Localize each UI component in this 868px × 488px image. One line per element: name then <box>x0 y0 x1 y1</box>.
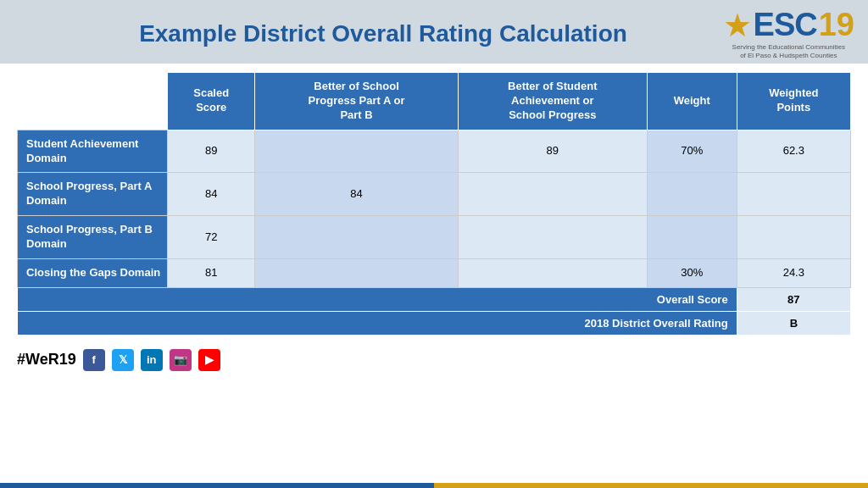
cell-better_progress <box>255 259 458 288</box>
main-content: ScaledScore Better of SchoolProgress Par… <box>0 64 868 336</box>
summary-row: 2018 District Overall RatingB <box>18 311 851 335</box>
logo-star-icon: ★ <box>723 9 752 42</box>
row-label: Closing the Gaps Domain <box>18 259 168 288</box>
row-label: School Progress, Part B Domain <box>18 216 168 259</box>
table-row: School Progress, Part B Domain72 <box>18 216 851 259</box>
summary-value: B <box>737 311 850 335</box>
page-header: Example District Overall Rating Calculat… <box>0 0 868 64</box>
instagram-icon[interactable]: 📷 <box>170 349 192 371</box>
cell-better_achievement <box>458 259 647 288</box>
logo-number-text: 19 <box>819 7 854 43</box>
logo-subtitle: Serving the Educational Communities of E… <box>729 43 848 59</box>
summary-value: 87 <box>737 287 850 311</box>
cell-better_achievement <box>458 173 647 216</box>
cell-scaled_score: 72 <box>167 216 255 259</box>
col-header-label <box>18 73 168 130</box>
cell-weight <box>647 216 737 259</box>
cell-better_progress: 84 <box>255 173 458 216</box>
hashtag-text: #WeR19 <box>17 351 76 369</box>
bottom-bar <box>0 483 868 488</box>
table-header-row: ScaledScore Better of SchoolProgress Par… <box>18 73 851 130</box>
col-header-better-achievement: Better of StudentAchievement orSchool Pr… <box>458 73 647 130</box>
linkedin-icon[interactable]: in <box>141 349 163 371</box>
page-footer: #WeR19 f 𝕏 in 📷 ▶ <box>0 344 868 376</box>
cell-weight: 70% <box>647 130 737 173</box>
rating-table: ScaledScore Better of SchoolProgress Par… <box>17 72 851 336</box>
col-header-better-progress: Better of SchoolProgress Part A orPart B <box>255 73 458 130</box>
cell-weight <box>647 173 737 216</box>
cell-better_achievement: 89 <box>458 130 647 173</box>
cell-weighted_points: 24.3 <box>737 259 850 288</box>
cell-scaled_score: 81 <box>167 259 255 288</box>
youtube-icon[interactable]: ▶ <box>198 349 220 371</box>
cell-better_progress <box>255 130 458 173</box>
cell-better_achievement <box>458 216 647 259</box>
cell-better_progress <box>255 216 458 259</box>
logo: ★ ESC 19 Serving the Educational Communi… <box>723 7 854 59</box>
table-row: Closing the Gaps Domain8130%24.3 <box>18 259 851 288</box>
table-row: School Progress, Part A Domain8484 <box>18 173 851 216</box>
col-header-scaled-score: ScaledScore <box>167 73 255 130</box>
col-header-weighted-points: WeightedPoints <box>737 73 850 130</box>
page-title: Example District Overall Rating Calculat… <box>139 20 729 47</box>
table-row: Student Achievement Domain898970%62.3 <box>18 130 851 173</box>
cell-weight: 30% <box>647 259 737 288</box>
cell-weighted_points <box>737 173 850 216</box>
cell-weighted_points: 62.3 <box>737 130 850 173</box>
summary-row: Overall Score87 <box>18 287 851 311</box>
twitter-icon[interactable]: 𝕏 <box>112 349 134 371</box>
row-label: Student Achievement Domain <box>18 130 168 173</box>
cell-scaled_score: 89 <box>167 130 255 173</box>
summary-label: Overall Score <box>18 287 737 311</box>
facebook-icon[interactable]: f <box>83 349 105 371</box>
cell-weighted_points <box>737 216 850 259</box>
row-label: School Progress, Part A Domain <box>18 173 168 216</box>
cell-scaled_score: 84 <box>167 173 255 216</box>
col-header-weight: Weight <box>647 73 737 130</box>
logo-esc-text: ESC <box>754 7 817 43</box>
summary-label: 2018 District Overall Rating <box>18 311 737 335</box>
